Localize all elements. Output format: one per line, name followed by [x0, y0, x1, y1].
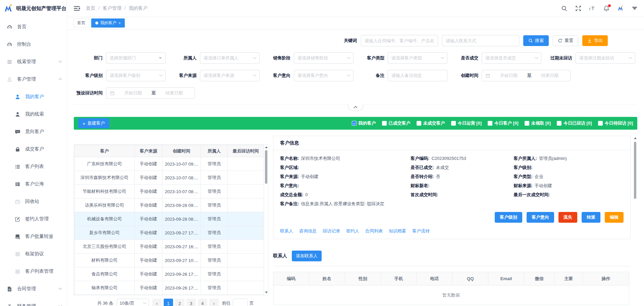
action-button[interactable]: 客户意向: [527, 212, 554, 223]
customer-row[interactable]: 节能材料科技有限公司 手动创建 2023-10-07 08:... 管理员: [74, 185, 264, 199]
toolbar-checkbox[interactable]: 今日运营 [0]: [451, 120, 482, 126]
tab-close-icon[interactable]: ×: [118, 21, 121, 26]
chevron-down-icon: [253, 73, 257, 76]
checkbox-icon: [598, 121, 603, 126]
sidebar-item[interactable]: 线索管理: [0, 53, 67, 71]
select-control[interactable]: 请选择客户级别: [106, 70, 166, 81]
scroll-down-icon[interactable]: [265, 292, 268, 293]
keyword-input[interactable]: [361, 35, 438, 46]
page-button[interactable]: 3: [186, 299, 196, 306]
search-icon[interactable]: [561, 5, 568, 12]
sidebar-item[interactable]: 成交客户: [0, 140, 67, 158]
customer-row[interactable]: 食品有限公司 手动创建 2023-09-26 17:... 管理员: [74, 267, 264, 281]
toolbar-checkbox[interactable]: 未成交客户: [417, 120, 445, 126]
revisit-daterange[interactable]: 开始日期 至 结束日期: [106, 87, 195, 99]
scrollbar-thumb[interactable]: [265, 150, 267, 184]
toolbar-checkbox[interactable]: 今日客户 [0]: [488, 120, 519, 126]
page-button[interactable]: ‹: [152, 299, 162, 306]
scroll-up-icon[interactable]: [634, 137, 637, 139]
action-button[interactable]: 流失: [558, 212, 577, 223]
sidebar-item[interactable]: 客户列表: [0, 158, 67, 175]
customer-row[interactable]: 北京三元股份有限公司 手动创建 2023-09-27 16:... 管理员: [74, 240, 264, 254]
customer-row[interactable]: 深圳市森辉技术有限公司 手动创建 2023-10-07 08:... 管理员: [74, 171, 264, 185]
detail-link[interactable]: 知识档案: [389, 228, 406, 234]
collapse-filters-button[interactable]: [348, 104, 363, 111]
sidebar-item[interactable]: 客户列表管理: [0, 263, 67, 280]
breadcrumb-item[interactable]: 我的客户: [121, 5, 148, 11]
sidebar-item[interactable]: 框架协议: [0, 245, 67, 263]
customer-row[interactable]: 新乡市有限公司 手动创建 2023-09-27 17:... 管理员: [74, 226, 264, 240]
page-tab[interactable]: 首页: [73, 18, 89, 28]
breadcrumb-item[interactable]: 首页: [86, 5, 95, 11]
add-contact-button[interactable]: 添加联系人: [292, 251, 322, 261]
page-size-select[interactable]: 10条/页: [117, 299, 149, 306]
sidebar-item[interactable]: 客户管理: [0, 71, 67, 88]
detail-link[interactable]: 咨询信息: [299, 228, 317, 234]
sidebar-item[interactable]: 意向客户: [0, 123, 67, 140]
svg-text:T: T: [591, 5, 594, 11]
filter-row-3: 客户级别 请选择客户级别 客户来源 请选择客户来源: [74, 70, 637, 81]
caret-down-icon[interactable]: [631, 5, 638, 12]
sidebar-item[interactable]: 签约人管理: [0, 210, 67, 228]
scrollbar-thumb[interactable]: [634, 142, 636, 199]
detail-scrollbar[interactable]: [633, 136, 637, 306]
notification-icon[interactable]: [603, 5, 610, 12]
toolbar-checkbox[interactable]: 今日待回访 [0]: [598, 120, 633, 126]
detail-link[interactable]: 合同列表: [365, 228, 383, 234]
action-button[interactable]: 转派: [582, 212, 600, 223]
page-button[interactable]: 2: [175, 299, 184, 306]
new-customer-button[interactable]: + 新建客户: [78, 118, 109, 128]
select-control[interactable]: 请选择客户意向: [294, 70, 354, 81]
font-size-icon[interactable]: tT: [589, 5, 596, 12]
toolbar-checkbox[interactable]: 未领取 [0]: [525, 120, 551, 126]
customer-row[interactable]: 广东科技有限公司 手动创建 2023-10-07 09:... 管理员: [74, 157, 264, 171]
sidebar-item[interactable]: 合同管理: [0, 280, 67, 298]
created-daterange[interactable]: 开始日期 至 结束日期: [482, 70, 571, 81]
select-control[interactable]: 请选择订单所属人: [200, 52, 260, 64]
page-button[interactable]: 4: [198, 299, 207, 306]
sidebar-item[interactable]: 财务管理: [0, 298, 67, 306]
contact-input[interactable]: [442, 35, 519, 46]
select-control[interactable]: 请选择客户类型: [388, 52, 447, 64]
toolbar-checkbox[interactable]: 已成交客户: [382, 120, 411, 126]
sidebar-item[interactable]: 我的客户: [0, 88, 67, 105]
avatar-icon[interactable]: [617, 5, 624, 12]
page-tab[interactable]: 我的客户 ×: [91, 18, 125, 28]
customer-row[interactable]: 材料有限公司 手动创建 2023-09-27 10:... 管理员: [74, 254, 264, 267]
sidebar-item[interactable]: 我的线索: [0, 105, 67, 123]
breadcrumb-item[interactable]: 客户管理: [95, 5, 121, 11]
select-control[interactable]: 请选择过期未回访: [576, 52, 635, 64]
select-control[interactable]: 请输入备注信息: [388, 70, 447, 81]
select-control[interactable]: 选择所属部门: [106, 52, 166, 64]
menu-fold-icon[interactable]: [73, 5, 80, 12]
chevron-down-icon: [629, 55, 632, 59]
toolbar-checkbox[interactable]: 我的客户: [352, 120, 376, 126]
customer-row[interactable]: 轴承有限公司 手动创建 2023-09-26 17:... 管理员: [74, 281, 264, 295]
fullscreen-icon[interactable]: [575, 5, 582, 12]
action-button[interactable]: 编辑: [605, 212, 624, 223]
search-button[interactable]: 搜索: [523, 35, 549, 46]
sidebar-item[interactable]: 控制台: [0, 36, 67, 53]
table-scrollbar[interactable]: [264, 145, 268, 295]
reset-button[interactable]: 重置: [553, 35, 578, 46]
page-button[interactable]: 1: [164, 299, 173, 306]
select-control[interactable]: 请选择客户来源: [200, 70, 260, 81]
customer-row[interactable]: 达美乐科技有限公司 手动创建 2023-09-28 09:... 管理员: [74, 199, 264, 212]
action-button[interactable]: 客户级别: [495, 212, 522, 223]
customer-row[interactable]: 机械设备有限公司 手动创建 2023-09-28 08:... 管理员: [74, 212, 264, 226]
detail-link[interactable]: 联系人: [280, 228, 293, 234]
detail-link[interactable]: 客户流转: [412, 228, 430, 234]
select-control[interactable]: 请选择销售阶段: [294, 52, 354, 64]
toolbar-checkbox[interactable]: 今日已回访 [0]: [557, 120, 592, 126]
page-button[interactable]: ›: [209, 299, 219, 306]
export-button[interactable]: 导出: [582, 35, 608, 46]
sidebar-item[interactable]: 客户公海: [0, 175, 67, 193]
sidebar-item[interactable]: 客户批量转派: [0, 228, 67, 245]
select-control[interactable]: 请选择是否成交: [482, 52, 541, 64]
sidebar-item[interactable]: 首页: [0, 18, 67, 36]
scroll-up-icon[interactable]: [265, 146, 268, 148]
detail-link[interactable]: 签约人: [346, 228, 359, 234]
goto-page-input[interactable]: [233, 299, 248, 306]
detail-link[interactable]: 回访记录: [323, 228, 340, 234]
sidebar-item[interactable]: 回收站: [0, 193, 67, 210]
